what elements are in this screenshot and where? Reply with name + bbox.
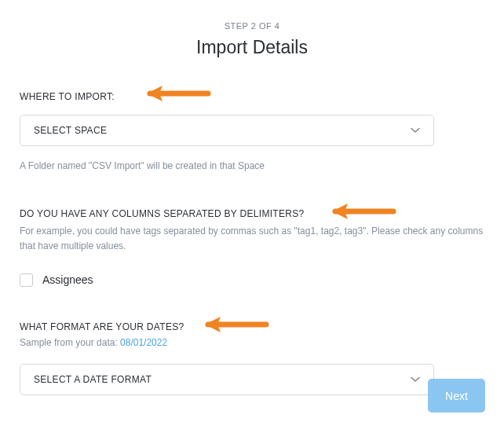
select-date-format-dropdown[interactable]: SELECT A DATE FORMAT: [20, 364, 434, 395]
assignees-checkbox-row: Assignees: [20, 273, 484, 287]
where-label: WHERE TO IMPORT:: [20, 91, 484, 102]
chevron-down-icon: [411, 374, 420, 385]
select-space-placeholder: SELECT SPACE: [34, 125, 107, 136]
sample-value: 08/01/2022: [120, 337, 167, 348]
sample-row: Sample from your data: 08/01/2022: [20, 337, 484, 348]
section-date-format: WHAT FORMAT ARE YOUR DATES? Sample from …: [20, 321, 484, 395]
select-date-format-placeholder: SELECT A DATE FORMAT: [34, 374, 152, 385]
next-button[interactable]: Next: [428, 379, 485, 412]
delimiters-label: DO YOU HAVE ANY COLUMNS SEPARATED BY DEL…: [20, 208, 484, 219]
assignees-checkbox-label: Assignees: [42, 273, 93, 286]
step-indicator: STEP 2 OF 4: [0, 0, 504, 31]
assignees-checkbox[interactable]: [20, 273, 33, 287]
sample-label: Sample from your data:: [20, 337, 120, 348]
page-title: Import Details: [0, 37, 504, 58]
section-where-to-import: WHERE TO IMPORT: SELECT SPACE A Folder n…: [20, 91, 484, 174]
delimiters-helper-text: For example, you could have tags separat…: [20, 224, 484, 254]
chevron-down-icon: [411, 125, 420, 136]
select-space-dropdown[interactable]: SELECT SPACE: [20, 115, 434, 146]
where-helper-text: A Folder named "CSV Import" will be crea…: [20, 159, 484, 174]
section-delimiters: DO YOU HAVE ANY COLUMNS SEPARATED BY DEL…: [20, 208, 484, 286]
date-format-label: WHAT FORMAT ARE YOUR DATES?: [20, 321, 484, 332]
